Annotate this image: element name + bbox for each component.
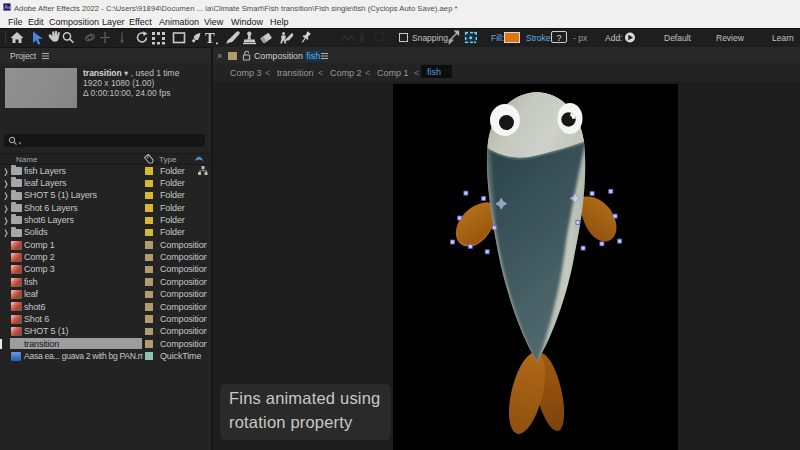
svg-text:T: T (205, 30, 215, 46)
